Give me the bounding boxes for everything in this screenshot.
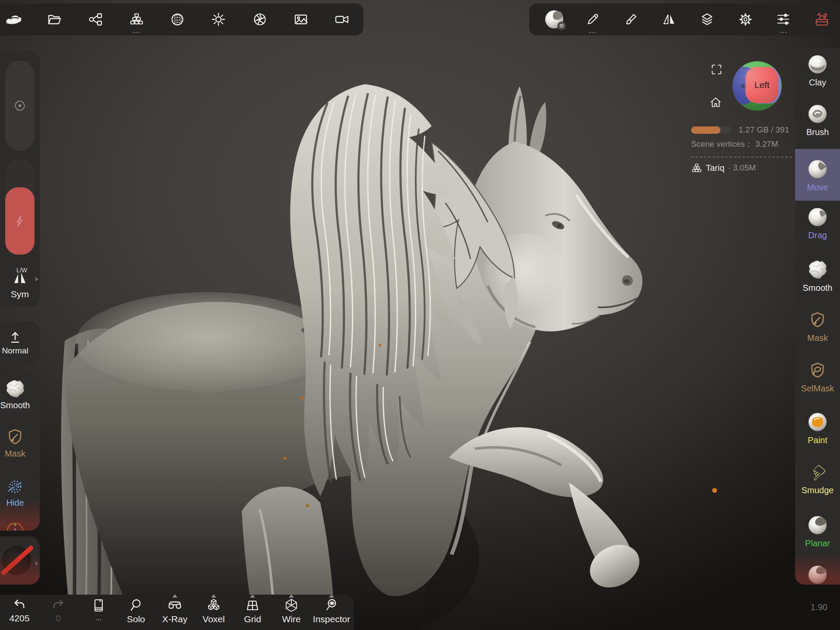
grid-button[interactable]: Grid bbox=[231, 598, 274, 624]
quick-smooth-button[interactable]: Smooth bbox=[0, 379, 40, 410]
tool-drag-label: Drag bbox=[808, 230, 827, 240]
lighting-sun-icon[interactable] bbox=[203, 4, 234, 35]
files-folder-icon[interactable] bbox=[38, 4, 69, 35]
zoom-level: 1.90 bbox=[811, 602, 827, 612]
left-quick-tools-panel: Smooth Mask Hide bbox=[0, 372, 40, 531]
hide-dotted-icon bbox=[5, 477, 25, 496]
top-left-toolbar: … bbox=[0, 3, 363, 35]
inspector-label: Inspector bbox=[313, 614, 350, 624]
mask-tool-icon bbox=[808, 311, 827, 330]
nomad-logo-icon[interactable] bbox=[0, 4, 28, 35]
node-graph-icon[interactable] bbox=[80, 4, 111, 35]
voxel-button[interactable]: Voxel bbox=[192, 598, 235, 624]
tool-paint-label: Paint bbox=[808, 435, 827, 445]
viewport-canvas[interactable] bbox=[0, 0, 840, 630]
popup-indicator-icon bbox=[289, 594, 294, 598]
layers-icon[interactable] bbox=[692, 4, 723, 35]
memory-usage-bar bbox=[691, 126, 732, 134]
material-preview-sphere: ⚙ bbox=[545, 10, 563, 28]
tool-smooth-label: Smooth bbox=[803, 283, 833, 293]
solo-label: Solo bbox=[127, 614, 145, 624]
gizmo-tool-icon[interactable] bbox=[5, 523, 25, 531]
falloff-normal-button[interactable]: Normal bbox=[0, 321, 40, 365]
smooth-tool-icon bbox=[807, 259, 828, 280]
quick-hide-button[interactable]: Hide bbox=[0, 477, 40, 508]
partial-tool-icon bbox=[807, 564, 828, 585]
popup-indicator-icon bbox=[329, 594, 334, 598]
redo-button[interactable]: 0 bbox=[37, 598, 80, 624]
radius-slider[interactable] bbox=[5, 60, 35, 151]
fullscreen-button[interactable] bbox=[710, 63, 723, 76]
settings-gear-icon[interactable] bbox=[730, 4, 761, 35]
layer-mesh-icon bbox=[691, 163, 702, 173]
paint-brush-icon[interactable] bbox=[615, 4, 646, 35]
sym-expand-arrow-icon[interactable] bbox=[35, 277, 38, 281]
horse-sculpture[interactable] bbox=[61, 84, 647, 630]
scene-vertices-label: Scene vertices： bbox=[691, 139, 753, 148]
stroke-pencil-icon[interactable]: … bbox=[577, 4, 608, 35]
symmetry-button[interactable] bbox=[11, 270, 28, 286]
tool-move[interactable]: Move bbox=[795, 159, 840, 192]
tool-smudge[interactable]: ☞ Smudge bbox=[795, 463, 840, 495]
home-view-button[interactable] bbox=[709, 96, 723, 110]
tool-selmask-label: SelMask bbox=[801, 384, 834, 394]
intensity-slider-thumb[interactable] bbox=[5, 187, 35, 255]
debug-toolbox-icon[interactable] bbox=[806, 4, 837, 35]
tool-planar-label: Planar bbox=[805, 539, 830, 548]
sliders-icon[interactable]: … bbox=[768, 4, 799, 35]
tool-next-partial[interactable] bbox=[795, 564, 840, 585]
quick-hide-label: Hide bbox=[6, 498, 24, 508]
wire-label: Wire bbox=[282, 614, 300, 624]
sym-label: Sym bbox=[0, 289, 40, 299]
material-sphere-button[interactable]: ⚙ bbox=[539, 4, 570, 35]
tool-smudge-label: Smudge bbox=[802, 485, 834, 495]
voxel-cubes-icon bbox=[206, 598, 221, 613]
paint-tool-icon bbox=[807, 412, 828, 432]
background-image-icon[interactable] bbox=[285, 4, 316, 35]
history-journal-button[interactable]: … bbox=[77, 598, 120, 621]
tool-paint[interactable]: Paint bbox=[795, 412, 840, 445]
tool-brush-label: Brush bbox=[806, 127, 829, 137]
material-settings-gear-icon[interactable]: ⚙ bbox=[557, 22, 566, 30]
tool-mask[interactable]: Mask bbox=[795, 311, 840, 343]
stats-separator bbox=[691, 157, 792, 158]
xray-button[interactable]: X-Ray bbox=[153, 598, 196, 624]
symmetry-mirror-icon[interactable] bbox=[654, 4, 685, 35]
scene-objects-icon[interactable]: … bbox=[121, 4, 152, 35]
radius-icon bbox=[13, 98, 27, 113]
no-material-button[interactable] bbox=[0, 536, 40, 585]
undo-count: 4205 bbox=[9, 613, 30, 624]
layer-vertex-count: · 3.05M bbox=[728, 163, 755, 173]
move-tool-icon bbox=[807, 159, 828, 180]
quick-mask-button[interactable]: Mask bbox=[0, 428, 40, 459]
journal-more-indicator: … bbox=[95, 614, 102, 621]
material-expand-arrow-icon[interactable] bbox=[35, 561, 38, 566]
wireframe-icon bbox=[284, 598, 299, 613]
postprocess-aperture-icon[interactable] bbox=[244, 4, 275, 35]
solo-button[interactable]: Solo bbox=[114, 598, 158, 624]
tool-planar[interactable]: Planar bbox=[795, 515, 840, 548]
orientation-nav-sphere[interactable]: ack Left bbox=[733, 61, 782, 110]
brush-tool-icon bbox=[807, 104, 828, 124]
undo-button[interactable]: 4205 bbox=[0, 598, 41, 624]
wire-button[interactable]: Wire bbox=[270, 598, 313, 624]
normal-arrow-icon bbox=[8, 331, 22, 344]
tool-brush[interactable]: Brush bbox=[795, 104, 840, 137]
tool-smooth[interactable]: Smooth bbox=[795, 259, 840, 293]
tool-selmask[interactable]: SelMask bbox=[795, 362, 840, 394]
tool-clay[interactable]: Clay bbox=[795, 54, 840, 88]
quick-mask-label: Mask bbox=[5, 449, 25, 459]
camera-icon[interactable] bbox=[326, 4, 357, 35]
matcap-material-icon[interactable] bbox=[162, 4, 193, 35]
tool-mask-label: Mask bbox=[807, 333, 828, 343]
inspector-button[interactable]: Inspector bbox=[310, 598, 353, 624]
bottom-toolbar: 4205 0 … Solo X-Ray Voxel bbox=[0, 595, 354, 630]
scene-more-indicator: … bbox=[133, 26, 140, 35]
smooth-sphere-icon bbox=[5, 379, 25, 399]
intensity-slider[interactable] bbox=[5, 159, 35, 255]
grid-label: Grid bbox=[244, 614, 261, 624]
stroke-more-indicator: … bbox=[589, 26, 597, 35]
smudge-hand-icon: ☞ bbox=[805, 460, 831, 486]
memory-usage-fill bbox=[691, 126, 720, 134]
tool-drag[interactable]: Drag bbox=[795, 207, 840, 240]
